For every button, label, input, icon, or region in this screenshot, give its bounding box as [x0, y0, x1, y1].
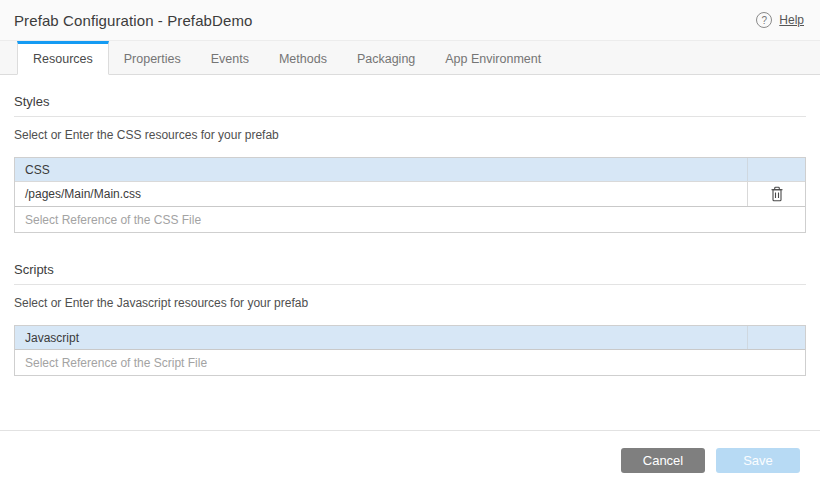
scripts-section-description: Select or Enter the Javascript resources…	[14, 296, 806, 310]
help-link-label: Help	[779, 13, 804, 27]
styles-section-description: Select or Enter the CSS resources for yo…	[14, 128, 806, 142]
tab-packaging[interactable]: Packaging	[342, 41, 430, 74]
css-action-column-header	[747, 158, 805, 181]
delete-css-resource-button[interactable]	[766, 184, 788, 204]
tab-packaging-label: Packaging	[357, 52, 415, 66]
tab-app-environment[interactable]: App Environment	[430, 41, 556, 74]
css-row-action-cell	[747, 182, 805, 206]
tab-methods-label: Methods	[279, 52, 327, 66]
tab-resources[interactable]: Resources	[17, 41, 109, 75]
dialog-footer: Cancel Save	[0, 430, 820, 490]
cancel-button[interactable]: Cancel	[621, 448, 705, 473]
tab-methods[interactable]: Methods	[264, 41, 342, 74]
styles-section: Styles Select or Enter the CSS resources…	[14, 94, 806, 233]
dialog-header: Prefab Configuration - PrefabDemo ? Help	[0, 0, 820, 41]
help-question-icon: ?	[756, 12, 772, 28]
script-table-header-row: Javascript	[15, 326, 805, 349]
help-link[interactable]: ? Help	[756, 12, 804, 28]
tab-properties[interactable]: Properties	[109, 41, 196, 74]
tab-properties-label: Properties	[124, 52, 181, 66]
javascript-column-header: Javascript	[15, 331, 747, 345]
css-table-header-row: CSS	[15, 158, 805, 181]
tab-resources-label: Resources	[33, 52, 93, 66]
css-column-header: CSS	[15, 163, 747, 177]
table-row: /pages/Main/Main.css	[15, 181, 805, 206]
script-resources-table: Javascript	[14, 325, 806, 376]
css-reference-input[interactable]	[15, 207, 805, 232]
script-reference-input[interactable]	[15, 350, 805, 375]
script-input-row	[15, 349, 805, 375]
tab-bar: Resources Properties Events Methods Pack…	[0, 41, 820, 75]
styles-section-heading: Styles	[14, 94, 806, 117]
tab-app-environment-label: App Environment	[445, 52, 541, 66]
tab-events[interactable]: Events	[196, 41, 264, 74]
scripts-section: Scripts Select or Enter the Javascript r…	[14, 262, 806, 376]
css-resources-table: CSS /pages/Main/Main.css	[14, 157, 806, 233]
trash-icon	[770, 190, 784, 205]
script-action-column-header	[747, 326, 805, 349]
tab-events-label: Events	[211, 52, 249, 66]
save-button[interactable]: Save	[716, 448, 800, 473]
css-resource-value: /pages/Main/Main.css	[15, 182, 747, 206]
resources-tab-content: Styles Select or Enter the CSS resources…	[0, 75, 820, 430]
css-input-row	[15, 206, 805, 232]
scripts-section-heading: Scripts	[14, 262, 806, 285]
page-title: Prefab Configuration - PrefabDemo	[14, 12, 252, 29]
